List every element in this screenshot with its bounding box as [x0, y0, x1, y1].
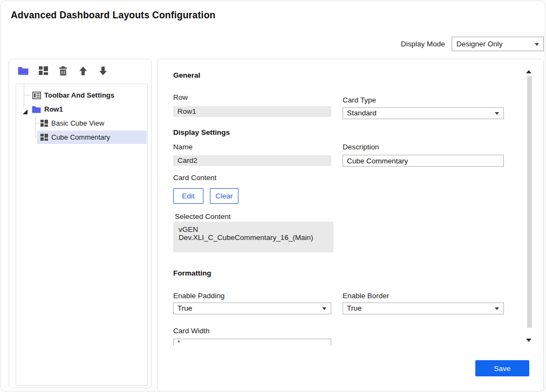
tree-connector-line — [35, 116, 36, 137]
enable-border-dropdown[interactable]: True — [343, 302, 504, 314]
card-content-label: Card Content — [173, 174, 216, 182]
enable-padding-label: Enable Padding — [173, 292, 224, 300]
tree-item-cube-commentary[interactable]: Cube Commentary — [40, 130, 110, 144]
card-type-dropdown[interactable]: Standard — [343, 107, 504, 119]
save-button[interactable]: Save — [475, 360, 529, 376]
tree-item-label: Row1 — [44, 105, 63, 113]
tree-item-basic-cube-view[interactable]: Basic Cube View — [40, 116, 104, 130]
card-layout-icon — [40, 120, 48, 127]
folder-icon — [32, 106, 41, 113]
tree-item-label: Cube Commentary — [51, 133, 110, 141]
description-input[interactable] — [343, 155, 504, 167]
card-width-value: * — [178, 339, 180, 346]
folder-icon[interactable] — [18, 65, 29, 76]
name-label: Name — [173, 143, 193, 151]
tree-item-label: Toolbar And Settings — [44, 91, 114, 99]
display-mode-value: Designer Only — [456, 40, 503, 48]
advanced-dashboard-layouts-dialog: Advanced Dashboard Layouts Configuration… — [1, 1, 545, 391]
chevron-down-icon — [322, 307, 326, 310]
enable-border-value: True — [347, 304, 361, 312]
layout-tree: Toolbar And Settings Row1 Basic Cube Vie… — [16, 84, 148, 386]
card-width-input[interactable]: * — [173, 339, 331, 346]
chevron-down-icon — [495, 112, 499, 115]
display-settings-heading: Display Settings — [173, 128, 230, 136]
card-layout-icon — [40, 134, 48, 141]
tree-item-label: Basic Cube View — [51, 119, 104, 127]
page-title: Advanced Dashboard Layouts Configuration — [11, 10, 215, 21]
enable-border-label: Enable Border — [343, 292, 389, 300]
tree-toolbar — [18, 65, 108, 76]
general-heading: General — [173, 71, 200, 79]
selected-content-box: vGEN Dev.XLI_C_CubeCommentary_16_(Main) — [173, 222, 333, 252]
clear-button[interactable]: Clear — [210, 188, 238, 204]
scrollbar-up-arrow-icon[interactable] — [526, 70, 531, 73]
row-label: Row — [173, 93, 188, 101]
description-label: Description — [343, 143, 379, 151]
tree-item-row1[interactable]: Row1 — [32, 102, 63, 116]
enable-padding-dropdown[interactable]: True — [173, 302, 331, 314]
tree-connector-line — [35, 123, 40, 123]
card-type-label: Card Type — [343, 96, 376, 104]
edit-button[interactable]: Edit — [173, 188, 203, 204]
card-layout-icon[interactable] — [38, 65, 49, 76]
card-type-value: Standard — [347, 109, 377, 117]
card-settings-panel: General Row Row1 Card Type Standard Disp… — [157, 59, 544, 391]
scrollbar-thumb[interactable] — [527, 76, 532, 328]
card-width-label: Card Width — [173, 327, 210, 335]
chevron-down-icon — [495, 307, 499, 310]
tree-item-toolbar-and-settings[interactable]: Toolbar And Settings — [32, 88, 114, 102]
selected-content-value: vGEN Dev.XLI_C_CubeCommentary_16_(Main) — [179, 225, 313, 242]
row-field: Row1 — [173, 106, 331, 117]
trash-icon[interactable] — [58, 65, 69, 76]
table-icon — [32, 92, 41, 99]
arrow-down-icon[interactable] — [98, 65, 108, 76]
chevron-down-icon — [535, 43, 539, 46]
tree-connector-line — [24, 95, 31, 95]
selected-content-label: Selected Content — [175, 212, 231, 221]
arrow-up-icon[interactable] — [78, 65, 88, 76]
display-mode-label: Display Mode — [401, 40, 445, 48]
scrollbar-down-arrow-icon[interactable] — [526, 339, 531, 342]
display-mode-dropdown[interactable]: Designer Only — [452, 37, 544, 51]
enable-padding-value: True — [178, 304, 192, 312]
formatting-heading: Formatting — [173, 269, 211, 277]
tree-expander-icon[interactable] — [23, 107, 28, 112]
name-field: Card2 — [173, 155, 331, 166]
layout-tree-panel: Toolbar And Settings Row1 Basic Cube Vie… — [9, 59, 152, 388]
tree-connector-line — [24, 84, 24, 109]
